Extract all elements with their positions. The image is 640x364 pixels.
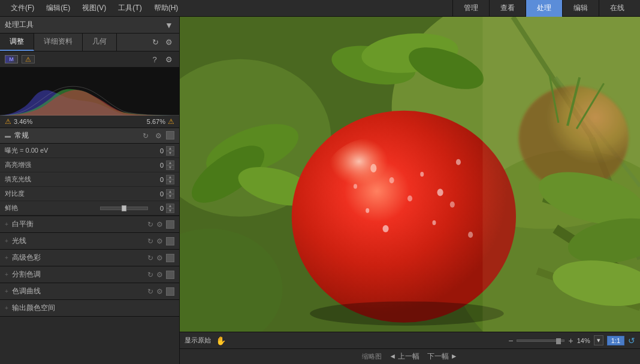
spin-up-icon[interactable]: ▲ bbox=[166, 175, 174, 180]
tab-view[interactable]: 查看 bbox=[489, 0, 526, 17]
cs-advanced-color-title: 高级色彩 bbox=[12, 253, 147, 263]
svg-point-33 bbox=[432, 220, 436, 225]
cs-refresh-icon[interactable]: ↻ bbox=[147, 254, 153, 262]
tab-manage[interactable]: 管理 bbox=[452, 0, 489, 17]
spin-up-icon[interactable]: ▲ bbox=[166, 160, 174, 165]
svg-point-24 bbox=[292, 111, 516, 323]
tab-geometry[interactable]: 几何 bbox=[83, 34, 117, 51]
menu-file[interactable]: 文件(F) bbox=[5, 1, 40, 16]
section-output-colorspace[interactable]: + 输出颜色空间 bbox=[0, 300, 179, 317]
cs-refresh-icon[interactable]: ↻ bbox=[147, 287, 153, 296]
tab-detail[interactable]: 详细资料 bbox=[34, 34, 83, 51]
spin-down-icon[interactable]: ▼ bbox=[166, 208, 174, 213]
settings-icon[interactable]: ⚙ bbox=[164, 37, 174, 48]
cs-settings-icon[interactable]: ⚙ bbox=[156, 220, 163, 229]
cs-settings-icon[interactable]: ⚙ bbox=[156, 254, 163, 262]
spin-up-icon[interactable]: ▲ bbox=[166, 146, 174, 151]
cs-icons: ↻ ⚙ bbox=[147, 237, 174, 245]
section-split-toning[interactable]: + 分割色调 ↻ ⚙ bbox=[0, 266, 179, 283]
refresh-icon[interactable]: ↻ bbox=[150, 37, 161, 48]
cs-color-box[interactable] bbox=[166, 220, 174, 229]
spin-down-icon[interactable]: ▼ bbox=[166, 151, 174, 156]
menu-help[interactable]: 帮助(H) bbox=[148, 1, 185, 16]
section-advanced-color[interactable]: + 高级色彩 ↻ ⚙ bbox=[0, 250, 179, 266]
spin-down-icon[interactable]: ▼ bbox=[166, 180, 174, 184]
zoom-slider-track[interactable] bbox=[517, 339, 564, 342]
cs-split-toning-title: 分割色调 bbox=[12, 269, 147, 280]
tab-online[interactable]: 在线 bbox=[599, 0, 635, 17]
spin-down-icon[interactable]: ▼ bbox=[166, 194, 174, 199]
section-settings-icon[interactable]: ⚙ bbox=[153, 131, 163, 141]
tab-process[interactable]: 处理 bbox=[526, 0, 562, 17]
svg-point-38 bbox=[310, 301, 504, 325]
svg-point-28 bbox=[437, 189, 443, 196]
cs-expand-icon: + bbox=[5, 305, 8, 311]
section-light[interactable]: + 光线 ↻ ⚙ bbox=[0, 233, 179, 250]
nav-bar: 缩略图 ◄ 上一幅 下一幅 ► bbox=[180, 348, 640, 364]
cs-settings-icon[interactable]: ⚙ bbox=[156, 237, 163, 245]
cs-color-box[interactable] bbox=[166, 254, 174, 262]
menu-edit[interactable]: 编辑(E) bbox=[40, 1, 76, 16]
param-highlight-value: 0 bbox=[146, 162, 164, 169]
spin-up-icon[interactable]: ▲ bbox=[166, 189, 174, 194]
cs-expand-icon: + bbox=[5, 221, 8, 228]
cs-light-title: 光线 bbox=[12, 236, 147, 246]
histogram-warning-icon[interactable]: ⚠ bbox=[22, 55, 35, 63]
next-button[interactable]: 下一幅 ► bbox=[427, 351, 458, 362]
param-saturation-spinbox[interactable]: ▲ ▼ bbox=[166, 204, 174, 213]
section-color-box[interactable] bbox=[166, 131, 174, 139]
param-highlight: 高亮增强 0 ▲ ▼ bbox=[0, 158, 179, 172]
adjustment-tabs: 调整 详细资料 几何 bbox=[0, 34, 145, 51]
exposure-warnings-row: ⚠ 3.46% 5.67% ⚠ bbox=[0, 116, 179, 128]
param-fill-spinbox[interactable]: ▲ ▼ bbox=[166, 175, 174, 184]
param-contrast-spinbox[interactable]: ▲ ▼ bbox=[166, 189, 174, 199]
histogram-help-icon[interactable]: ? bbox=[149, 54, 160, 65]
zoom-dropdown[interactable]: ▾ bbox=[594, 335, 603, 345]
spin-up-icon[interactable]: ▲ bbox=[166, 204, 174, 208]
section-tone-curve[interactable]: + 色调曲线 ↻ ⚙ bbox=[0, 283, 179, 300]
cs-settings-icon[interactable]: ⚙ bbox=[156, 287, 163, 296]
section-refresh-icon[interactable]: ↻ bbox=[141, 131, 150, 141]
param-highlight-spinbox[interactable]: ▲ ▼ bbox=[166, 160, 174, 170]
dropdown-arrow-icon[interactable]: ▼ bbox=[164, 20, 174, 31]
zoom-minus-button[interactable]: − bbox=[508, 336, 513, 345]
right-panel: 显示原始 ✋ − + 14% ▾ 1:1 ↺ 缩略图 ◄ 上一幅 下一幅 ► bbox=[180, 17, 640, 364]
param-exposure-spinbox[interactable]: ▲ ▼ bbox=[166, 146, 174, 156]
cs-color-box[interactable] bbox=[166, 271, 174, 279]
cs-color-box[interactable] bbox=[166, 237, 174, 245]
hand-tool-icon[interactable]: ✋ bbox=[216, 336, 226, 345]
cs-output-colorspace-title: 输出颜色空间 bbox=[12, 303, 174, 313]
cs-icons: ↻ ⚙ bbox=[147, 271, 174, 279]
fit-button[interactable]: 1:1 bbox=[607, 336, 624, 345]
saturation-slider-thumb[interactable] bbox=[122, 205, 126, 211]
cs-refresh-icon[interactable]: ↻ bbox=[147, 220, 153, 229]
cs-refresh-icon[interactable]: ↻ bbox=[147, 237, 153, 245]
spin-down-icon[interactable]: ▼ bbox=[166, 165, 174, 170]
menu-view[interactable]: 视图(V) bbox=[76, 1, 112, 16]
cs-settings-icon[interactable]: ⚙ bbox=[156, 271, 163, 279]
thumbnail-label: 缩略图 bbox=[362, 352, 382, 361]
zoom-plus-button[interactable]: + bbox=[568, 336, 573, 345]
cs-color-box[interactable] bbox=[166, 287, 174, 296]
histogram-settings-icon[interactable]: ⚙ bbox=[164, 54, 174, 65]
exposure-right-value: 5.67% bbox=[147, 118, 165, 125]
cs-whitebalance-title: 白平衡 bbox=[12, 219, 147, 229]
histogram-type-icon[interactable]: M bbox=[5, 55, 18, 63]
section-normal-header[interactable]: ▬ 常规 ↻ ⚙ bbox=[0, 128, 179, 144]
saturation-slider-track[interactable] bbox=[100, 207, 148, 210]
rotate-view-icon[interactable]: ↺ bbox=[628, 336, 635, 345]
zoom-value-label: 14% bbox=[577, 337, 590, 344]
cs-refresh-icon[interactable]: ↻ bbox=[147, 271, 153, 279]
tab-edit[interactable]: 编辑 bbox=[562, 0, 599, 17]
menu-tools[interactable]: 工具(T) bbox=[112, 1, 147, 16]
histogram bbox=[0, 68, 179, 116]
param-saturation-value: 0 bbox=[152, 205, 164, 212]
prev-button[interactable]: ◄ 上一幅 bbox=[389, 351, 419, 362]
section-whitebalance[interactable]: + 白平衡 ↻ ⚙ bbox=[0, 216, 179, 233]
param-exposure: 曝光 = 0.00 eV 0 ▲ ▼ bbox=[0, 144, 179, 158]
zoom-slider-thumb[interactable] bbox=[556, 338, 561, 344]
svg-rect-48 bbox=[482, 17, 640, 332]
tab-adjust[interactable]: 调整 bbox=[0, 34, 34, 51]
warn-left-icon: ⚠ bbox=[5, 117, 11, 126]
panel-header-icons: ▼ bbox=[164, 20, 174, 31]
